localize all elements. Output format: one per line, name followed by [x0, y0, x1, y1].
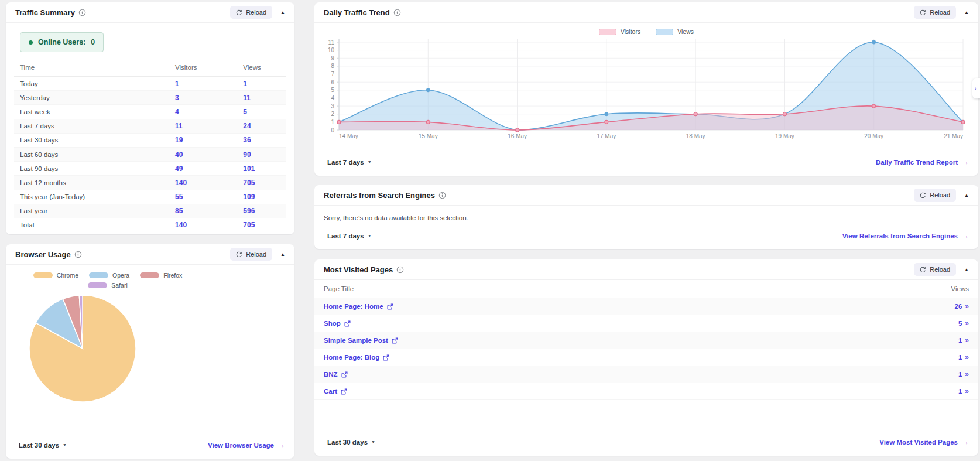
svg-text:7: 7: [331, 71, 334, 77]
col-visitors: Visitors: [169, 59, 237, 77]
info-icon[interactable]: [393, 9, 401, 16]
collapse-toggle-icon[interactable]: ▲: [963, 192, 970, 199]
legend-item-opera[interactable]: Opera: [89, 272, 129, 279]
views-value-link[interactable]: 90: [243, 151, 251, 159]
visitors-value-link[interactable]: 40: [175, 151, 183, 159]
reload-button[interactable]: Reload: [914, 6, 956, 19]
info-icon[interactable]: [78, 9, 86, 16]
left-column: Traffic Summary Reload ▲ Online Users: 0: [6, 2, 294, 459]
most-visited-pages-panel: Most Visited Pages Reload ▲ Page Title V…: [314, 259, 978, 456]
table-row: Last 90 days49101: [14, 162, 286, 176]
reload-button[interactable]: Reload: [914, 263, 956, 276]
views-count: 26: [955, 303, 962, 310]
collapse-toggle-icon[interactable]: ▲: [279, 251, 286, 258]
page-title-link[interactable]: Home Page: Blog: [324, 354, 389, 361]
date-range-dropdown[interactable]: Last 30 days ▼: [324, 438, 379, 446]
visitors-value-link[interactable]: 140: [175, 221, 187, 229]
info-icon[interactable]: [74, 251, 82, 258]
view-browser-usage-link[interactable]: View Browser Usage →: [208, 440, 285, 449]
svg-text:20 May: 20 May: [864, 133, 883, 139]
view-most-visited-link[interactable]: View Most Visited Pages →: [879, 438, 969, 446]
info-icon[interactable]: [396, 266, 404, 274]
views-value-link[interactable]: 705: [243, 179, 255, 187]
views-value-link[interactable]: 24: [243, 122, 251, 130]
views-value-link[interactable]: 109: [243, 193, 255, 201]
page-title-link[interactable]: Cart: [324, 388, 347, 395]
views-value-link[interactable]: 5: [243, 108, 247, 116]
date-range-dropdown[interactable]: Last 7 days ▼: [324, 232, 375, 240]
views-count: 5: [958, 320, 962, 327]
legend-item-firefox[interactable]: Firefox: [140, 272, 182, 279]
collapse-toggle-icon[interactable]: ▲: [963, 266, 970, 274]
visitors-value-link[interactable]: 55: [175, 193, 183, 201]
visitors-value-link[interactable]: 1: [175, 80, 179, 88]
svg-text:21 May: 21 May: [944, 133, 963, 139]
table-row: Last 7 days1124: [14, 119, 286, 133]
legend-item-safari[interactable]: Safari: [88, 282, 127, 289]
reload-button[interactable]: Reload: [230, 6, 272, 19]
page-title-link[interactable]: Home Page: Home: [324, 303, 393, 310]
table-header-row: Time Visitors Views: [14, 59, 286, 77]
row-views-link[interactable]: 26»: [955, 302, 969, 310]
collapse-toggle-icon[interactable]: ▲: [279, 9, 286, 16]
row-views-link[interactable]: 1»: [958, 336, 969, 344]
refresh-icon: [920, 9, 926, 16]
visitors-value-link[interactable]: 85: [175, 207, 183, 215]
side-panel-toggle[interactable]: ›: [972, 78, 980, 98]
daily-traffic-footer: Last 7 days ▼ Daily Traffic Trend Report…: [314, 151, 978, 176]
svg-text:17 May: 17 May: [597, 133, 616, 139]
page-title-text: Simple Sample Post: [324, 337, 388, 344]
views-value-link[interactable]: 101: [243, 165, 255, 173]
row-views-link[interactable]: 5»: [958, 319, 969, 327]
views-value-link[interactable]: 11: [243, 94, 251, 102]
visitors-value-link[interactable]: 49: [175, 165, 183, 173]
reload-button[interactable]: Reload: [914, 189, 956, 202]
date-range-dropdown[interactable]: Last 30 days ▼: [15, 441, 70, 449]
legend-label: Chrome: [57, 272, 78, 279]
most-visited-columns: Page Title Views: [314, 280, 978, 298]
page-title-link[interactable]: Simple Sample Post: [324, 337, 398, 344]
reload-label: Reload: [246, 251, 266, 258]
visitors-value-link[interactable]: 19: [175, 136, 183, 144]
daily-traffic-trend-report-link[interactable]: Daily Traffic Trend Report →: [876, 158, 969, 166]
page-title-link[interactable]: Shop: [324, 320, 351, 327]
list-item: Simple Sample Post1»: [314, 332, 978, 349]
browser-usage-footer: Last 30 days ▼ View Browser Usage →: [6, 433, 294, 459]
legend-item-views[interactable]: Views: [656, 28, 694, 35]
most-visited-title: Most Visited Pages: [324, 265, 393, 274]
view-referrals-link[interactable]: View Referrals from Search Engines →: [842, 231, 969, 240]
info-icon[interactable]: [438, 192, 446, 199]
reload-button[interactable]: Reload: [230, 248, 272, 261]
views-swatch-icon: [656, 29, 673, 35]
views-value-link[interactable]: 705: [243, 221, 255, 229]
collapse-toggle-icon[interactable]: ▲: [963, 9, 970, 16]
refresh-icon: [236, 251, 242, 258]
double-chevron-icon: »: [965, 387, 969, 395]
date-range-label: Last 7 days: [327, 159, 364, 166]
svg-text:8: 8: [331, 63, 334, 69]
traffic-summary-panel: Traffic Summary Reload ▲ Online Users: 0: [6, 2, 294, 234]
page-title-link[interactable]: BNZ: [324, 371, 348, 378]
legend-item-visitors[interactable]: Visitors: [599, 28, 640, 35]
date-range-dropdown[interactable]: Last 7 days ▼: [324, 158, 375, 166]
visitors-value-link[interactable]: 140: [175, 179, 187, 187]
refresh-icon: [236, 9, 242, 16]
legend-label: Visitors: [621, 28, 640, 35]
link-label: View Referrals from Search Engines: [842, 233, 958, 240]
views-value-link[interactable]: 596: [243, 207, 255, 215]
legend-item-chrome[interactable]: Chrome: [33, 272, 78, 279]
external-link-icon: [392, 337, 398, 344]
views-value-link[interactable]: 36: [243, 136, 251, 144]
row-views-link[interactable]: 1»: [958, 353, 969, 361]
visitors-value-link[interactable]: 11: [175, 122, 183, 130]
daily-traffic-trend-panel: Daily Traffic Trend Reload ▲ Visitors: [314, 2, 978, 176]
visitors-value-link[interactable]: 3: [175, 94, 179, 102]
row-views-link[interactable]: 1»: [958, 370, 969, 378]
link-label: View Browser Usage: [208, 442, 274, 449]
views-value-link[interactable]: 1: [243, 80, 247, 88]
online-users-badge[interactable]: Online Users: 0: [20, 32, 104, 52]
double-chevron-icon: »: [965, 370, 969, 378]
row-views-link[interactable]: 1»: [958, 387, 969, 395]
header-actions: Reload ▲: [914, 263, 970, 276]
visitors-value-link[interactable]: 4: [175, 108, 179, 116]
